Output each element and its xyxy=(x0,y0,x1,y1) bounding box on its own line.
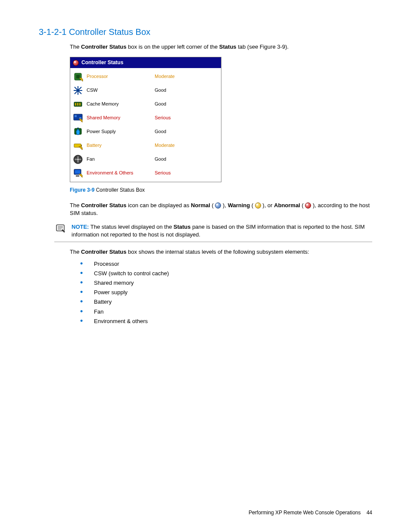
text: box is on the upper left corner of the xyxy=(126,44,219,50)
status-row-value: Good xyxy=(155,87,166,93)
status-row-label: Shared Memory xyxy=(87,115,151,121)
text-bold: Normal xyxy=(191,202,210,208)
list-item: Environment & others xyxy=(70,317,372,326)
status-row-value: Good xyxy=(155,101,166,107)
status-row-value: Serious xyxy=(155,115,171,121)
cache-memory-icon xyxy=(73,99,83,109)
section-heading: 3-1-2-1 Controller Status Box xyxy=(39,26,372,38)
status-row-label: Power Supply xyxy=(87,128,151,135)
status-row-power-supply: Power Supply Good xyxy=(70,125,221,139)
intro-paragraph: The Controller Status box is on the uppe… xyxy=(70,43,372,51)
note-label: NOTE: xyxy=(72,224,89,230)
environment-icon xyxy=(73,168,83,178)
footer-text: Performing XP Remote Web Console Operati… xyxy=(249,510,361,516)
text: tab (see Figure 3-9). xyxy=(237,44,289,50)
status-row-cache-memory: Cache Memory Good xyxy=(70,97,221,111)
text: ( xyxy=(300,202,305,208)
subsystems-list: Processor CSW (switch to control cache) … xyxy=(70,259,372,326)
figure-caption: Figure 3-9 Controller Status Box xyxy=(70,187,372,194)
status-row-label: Battery xyxy=(87,142,151,149)
svg-rect-9 xyxy=(75,103,76,106)
text-bold: Status xyxy=(219,44,237,50)
text: The xyxy=(70,202,81,208)
status-row-processor: Processor Moderate xyxy=(70,70,221,84)
status-row-battery: Battery Moderate xyxy=(70,139,221,152)
status-row-label: Environment & Others xyxy=(87,170,151,176)
controller-status-rows: Processor Moderate CSW Good Cache Memory… xyxy=(70,68,221,182)
status-row-environment: Environment & Others Serious xyxy=(70,166,221,180)
status-row-value: Serious xyxy=(155,170,171,176)
svg-marker-27 xyxy=(79,174,82,177)
fan-icon xyxy=(73,154,83,165)
svg-rect-10 xyxy=(77,103,78,106)
text-bold: Abnormal xyxy=(274,202,300,208)
note-text: NOTE: The status level displayed on the … xyxy=(72,223,372,239)
status-row-value: Good xyxy=(155,128,166,135)
processor-icon xyxy=(73,72,83,82)
svg-rect-13 xyxy=(75,115,77,117)
page-footer: Performing XP Remote Web Console Operati… xyxy=(249,509,372,516)
status-row-value: Good xyxy=(155,156,166,162)
list-item: Power supply xyxy=(70,288,372,297)
list-item: Processor xyxy=(70,259,372,269)
text: box shows the internal status levels of … xyxy=(126,249,309,255)
text: icon can be displayed as xyxy=(126,202,191,208)
svg-marker-21 xyxy=(79,146,82,150)
list-item: Fan xyxy=(70,307,372,317)
list-item: CSW (switch to control cache) xyxy=(70,269,372,278)
text: ( xyxy=(210,202,215,208)
svg-rect-26 xyxy=(76,175,79,177)
controller-status-box: Controller Status Processor Moderate CSW… xyxy=(70,57,221,182)
text: The xyxy=(70,249,81,255)
subsystems-intro: The Controller Status box shows the inte… xyxy=(70,248,372,256)
text: The status level displayed on the xyxy=(89,224,173,230)
globe-normal-icon xyxy=(215,202,221,208)
list-item: Shared memory xyxy=(70,278,372,288)
text: ), xyxy=(221,202,227,208)
controller-status-title: Controller Status xyxy=(81,59,123,66)
status-row-label: CSW xyxy=(87,87,151,93)
icon-states-paragraph: The Controller Status icon can be displa… xyxy=(70,202,372,217)
status-row-value: Moderate xyxy=(155,142,174,149)
svg-rect-20 xyxy=(81,145,82,146)
note-block: NOTE: The status level displayed on the … xyxy=(54,221,372,242)
text: ( xyxy=(250,202,255,208)
page-number: 44 xyxy=(367,510,372,516)
status-row-value: Moderate xyxy=(155,73,174,80)
text-bold: Controller Status xyxy=(81,44,126,50)
globe-abnormal-icon xyxy=(73,60,79,66)
svg-marker-15 xyxy=(79,119,82,122)
shared-memory-icon xyxy=(73,113,83,123)
text-bold: Controller Status xyxy=(81,249,126,255)
text-bold: Controller Status xyxy=(81,202,126,208)
text: The xyxy=(70,44,81,50)
status-row-label: Processor xyxy=(87,73,151,80)
globe-warning-icon xyxy=(255,202,261,208)
list-item: Battery xyxy=(70,297,372,307)
controller-status-header: Controller Status xyxy=(70,57,221,68)
figure-text: Controller Status Box xyxy=(94,187,145,193)
status-row-fan: Fan Good xyxy=(70,152,221,166)
svg-point-23 xyxy=(77,159,79,160)
text-bold: Status xyxy=(174,224,191,230)
power-supply-icon xyxy=(73,127,83,137)
svg-point-7 xyxy=(77,89,79,91)
note-icon xyxy=(54,223,67,239)
status-row-shared-memory: Shared Memory Serious xyxy=(70,111,221,125)
text-bold: Warning xyxy=(228,202,250,208)
status-row-csw: CSW Good xyxy=(70,84,221,97)
svg-rect-11 xyxy=(79,103,81,106)
csw-icon xyxy=(73,85,83,96)
figure-label: Figure 3-9 xyxy=(70,187,94,193)
text: ), or xyxy=(261,202,274,208)
battery-icon xyxy=(73,140,83,151)
svg-rect-25 xyxy=(75,170,80,174)
status-row-label: Fan xyxy=(87,156,151,162)
status-row-label: Cache Memory xyxy=(87,101,151,107)
globe-abnormal-icon xyxy=(305,202,311,208)
